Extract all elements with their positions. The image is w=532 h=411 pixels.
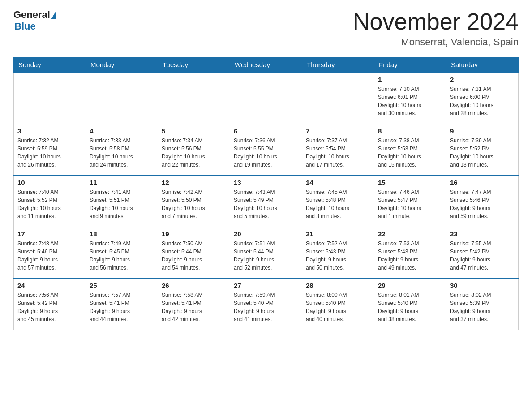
weekday-header-wednesday: Wednesday: [230, 57, 302, 73]
week-row-5: 24Sunrise: 7:56 AM Sunset: 5:42 PM Dayli…: [14, 278, 519, 330]
logo-blue-text: Blue: [14, 21, 36, 32]
day-info: Sunrise: 7:33 AM Sunset: 5:58 PM Dayligh…: [90, 137, 154, 169]
calendar-cell: 9Sunrise: 7:39 AM Sunset: 5:52 PM Daylig…: [446, 124, 519, 176]
calendar-cell: [230, 73, 302, 124]
location-subtitle: Monserrat, Valencia, Spain: [353, 36, 519, 48]
day-number: 24: [17, 282, 82, 289]
calendar-cell: [302, 73, 374, 124]
calendar-cell: 16Sunrise: 7:47 AM Sunset: 5:46 PM Dayli…: [446, 176, 519, 227]
logo-general-text: General: [13, 9, 50, 21]
day-info: Sunrise: 8:00 AM Sunset: 5:40 PM Dayligh…: [306, 291, 370, 323]
weekday-header-thursday: Thursday: [302, 57, 374, 73]
day-info: Sunrise: 7:56 AM Sunset: 5:42 PM Dayligh…: [17, 291, 82, 323]
day-number: 16: [450, 179, 515, 186]
calendar-cell: 23Sunrise: 7:55 AM Sunset: 5:42 PM Dayli…: [446, 227, 519, 278]
day-number: 14: [306, 179, 370, 186]
day-info: Sunrise: 7:39 AM Sunset: 5:52 PM Dayligh…: [450, 137, 515, 169]
day-info: Sunrise: 7:38 AM Sunset: 5:53 PM Dayligh…: [378, 137, 442, 169]
day-info: Sunrise: 7:41 AM Sunset: 5:51 PM Dayligh…: [90, 188, 154, 220]
calendar-cell: 27Sunrise: 7:59 AM Sunset: 5:40 PM Dayli…: [230, 278, 302, 330]
title-section: November 2024 Monserrat, Valencia, Spain: [353, 9, 519, 48]
calendar-cell: 11Sunrise: 7:41 AM Sunset: 5:51 PM Dayli…: [86, 176, 158, 227]
calendar-cell: 3Sunrise: 7:32 AM Sunset: 5:59 PM Daylig…: [14, 124, 86, 176]
day-number: 19: [162, 230, 226, 238]
day-number: 29: [378, 282, 442, 289]
week-row-2: 3Sunrise: 7:32 AM Sunset: 5:59 PM Daylig…: [14, 124, 519, 176]
day-number: 13: [234, 179, 298, 186]
day-number: 25: [90, 282, 154, 289]
calendar-cell: 24Sunrise: 7:56 AM Sunset: 5:42 PM Dayli…: [14, 278, 86, 330]
day-number: 8: [378, 127, 442, 135]
day-number: 2: [450, 76, 515, 83]
day-number: 1: [378, 76, 442, 83]
calendar-cell: [86, 73, 158, 124]
day-info: Sunrise: 7:46 AM Sunset: 5:47 PM Dayligh…: [378, 188, 442, 220]
day-info: Sunrise: 7:53 AM Sunset: 5:43 PM Dayligh…: [378, 240, 442, 272]
weekday-header-friday: Friday: [374, 57, 446, 73]
weekday-header-sunday: Sunday: [14, 57, 86, 73]
day-number: 7: [306, 127, 370, 135]
day-number: 28: [306, 282, 370, 289]
day-number: 6: [234, 127, 298, 135]
calendar-cell: 15Sunrise: 7:46 AM Sunset: 5:47 PM Dayli…: [374, 176, 446, 227]
day-info: Sunrise: 7:34 AM Sunset: 5:56 PM Dayligh…: [162, 137, 226, 169]
logo: General Blue: [13, 9, 56, 32]
day-info: Sunrise: 7:51 AM Sunset: 5:44 PM Dayligh…: [234, 240, 298, 272]
calendar-cell: 4Sunrise: 7:33 AM Sunset: 5:58 PM Daylig…: [86, 124, 158, 176]
day-number: 3: [17, 127, 82, 135]
day-info: Sunrise: 7:55 AM Sunset: 5:42 PM Dayligh…: [450, 240, 515, 272]
day-info: Sunrise: 7:42 AM Sunset: 5:50 PM Dayligh…: [162, 188, 226, 220]
day-info: Sunrise: 8:02 AM Sunset: 5:39 PM Dayligh…: [450, 291, 515, 323]
day-number: 23: [450, 230, 515, 238]
day-info: Sunrise: 7:48 AM Sunset: 5:46 PM Dayligh…: [17, 240, 82, 272]
day-info: Sunrise: 7:58 AM Sunset: 5:41 PM Dayligh…: [162, 291, 226, 323]
calendar-cell: 21Sunrise: 7:52 AM Sunset: 5:43 PM Dayli…: [302, 227, 374, 278]
calendar-cell: 1Sunrise: 7:30 AM Sunset: 6:01 PM Daylig…: [374, 73, 446, 124]
calendar-cell: 14Sunrise: 7:45 AM Sunset: 5:48 PM Dayli…: [302, 176, 374, 227]
calendar-cell: 22Sunrise: 7:53 AM Sunset: 5:43 PM Dayli…: [374, 227, 446, 278]
calendar-cell: [14, 73, 86, 124]
calendar-header-row: SundayMondayTuesdayWednesdayThursdayFrid…: [14, 57, 519, 73]
day-number: 30: [450, 282, 515, 289]
day-number: 9: [450, 127, 515, 135]
calendar-cell: [158, 73, 230, 124]
month-title: November 2024: [353, 9, 519, 34]
day-number: 18: [90, 230, 154, 238]
day-info: Sunrise: 7:36 AM Sunset: 5:55 PM Dayligh…: [234, 137, 298, 169]
day-number: 17: [17, 230, 82, 238]
calendar-cell: 29Sunrise: 8:01 AM Sunset: 5:40 PM Dayli…: [374, 278, 446, 330]
day-info: Sunrise: 7:45 AM Sunset: 5:48 PM Dayligh…: [306, 188, 370, 220]
day-number: 5: [162, 127, 226, 135]
calendar-cell: 26Sunrise: 7:58 AM Sunset: 5:41 PM Dayli…: [158, 278, 230, 330]
calendar-cell: 6Sunrise: 7:36 AM Sunset: 5:55 PM Daylig…: [230, 124, 302, 176]
calendar-cell: 10Sunrise: 7:40 AM Sunset: 5:52 PM Dayli…: [14, 176, 86, 227]
day-info: Sunrise: 7:43 AM Sunset: 5:49 PM Dayligh…: [234, 188, 298, 220]
day-info: Sunrise: 7:30 AM Sunset: 6:01 PM Dayligh…: [378, 85, 442, 117]
day-info: Sunrise: 7:31 AM Sunset: 6:00 PM Dayligh…: [450, 85, 515, 117]
day-number: 12: [162, 179, 226, 186]
calendar-cell: 19Sunrise: 7:50 AM Sunset: 5:44 PM Dayli…: [158, 227, 230, 278]
day-info: Sunrise: 7:49 AM Sunset: 5:45 PM Dayligh…: [90, 240, 154, 272]
calendar-cell: 28Sunrise: 8:00 AM Sunset: 5:40 PM Dayli…: [302, 278, 374, 330]
day-number: 15: [378, 179, 442, 186]
day-info: Sunrise: 7:47 AM Sunset: 5:46 PM Dayligh…: [450, 188, 515, 220]
week-row-1: 1Sunrise: 7:30 AM Sunset: 6:01 PM Daylig…: [14, 73, 519, 124]
calendar-table: SundayMondayTuesdayWednesdayThursdayFrid…: [13, 57, 519, 330]
day-number: 22: [378, 230, 442, 238]
calendar-cell: 12Sunrise: 7:42 AM Sunset: 5:50 PM Dayli…: [158, 176, 230, 227]
day-info: Sunrise: 7:50 AM Sunset: 5:44 PM Dayligh…: [162, 240, 226, 272]
day-number: 26: [162, 282, 226, 289]
calendar-cell: 5Sunrise: 7:34 AM Sunset: 5:56 PM Daylig…: [158, 124, 230, 176]
day-info: Sunrise: 7:40 AM Sunset: 5:52 PM Dayligh…: [17, 188, 82, 220]
day-number: 20: [234, 230, 298, 238]
calendar-cell: 7Sunrise: 7:37 AM Sunset: 5:54 PM Daylig…: [302, 124, 374, 176]
day-number: 27: [234, 282, 298, 289]
calendar-cell: 13Sunrise: 7:43 AM Sunset: 5:49 PM Dayli…: [230, 176, 302, 227]
week-row-4: 17Sunrise: 7:48 AM Sunset: 5:46 PM Dayli…: [14, 227, 519, 278]
weekday-header-monday: Monday: [86, 57, 158, 73]
day-number: 21: [306, 230, 370, 238]
calendar-cell: 30Sunrise: 8:02 AM Sunset: 5:39 PM Dayli…: [446, 278, 519, 330]
day-info: Sunrise: 7:37 AM Sunset: 5:54 PM Dayligh…: [306, 137, 370, 169]
day-info: Sunrise: 7:59 AM Sunset: 5:40 PM Dayligh…: [234, 291, 298, 323]
day-info: Sunrise: 8:01 AM Sunset: 5:40 PM Dayligh…: [378, 291, 442, 323]
